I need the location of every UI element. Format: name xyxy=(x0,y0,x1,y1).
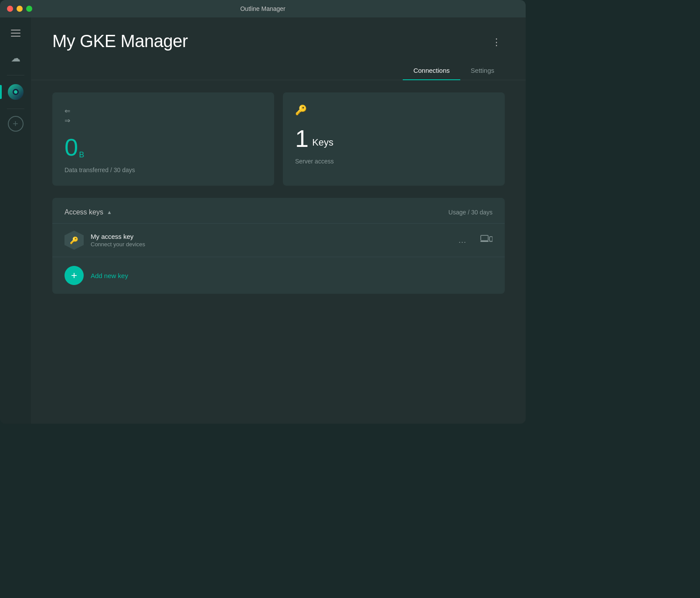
access-keys-section: Access keys ▲ Usage / 30 days 🔑 My acces… xyxy=(52,198,505,294)
access-keys-title: Access keys ▲ xyxy=(65,208,112,216)
sort-icon[interactable]: ▲ xyxy=(107,209,112,215)
minimize-button[interactable] xyxy=(17,6,23,12)
usage-label: Usage / 30 days xyxy=(449,209,493,216)
page-header: My GKE Manager ⋮ xyxy=(31,17,526,51)
title-bar: Outline Manager xyxy=(0,0,526,17)
server-access-value: 1Keys xyxy=(295,126,493,151)
key-menu-button[interactable]: ... xyxy=(452,236,473,245)
server-access-label: Server access xyxy=(295,158,493,165)
sidebar-divider-2 xyxy=(7,109,24,109)
close-button[interactable] xyxy=(7,6,13,12)
data-transfer-card: ⇐ ⇒ 0B Data transferred / 30 days xyxy=(52,92,274,186)
active-dot xyxy=(13,89,19,95)
svg-rect-1 xyxy=(480,241,489,242)
data-transfer-value: 0B xyxy=(65,135,262,160)
transfer-icon: ⇐ ⇒ xyxy=(65,105,262,125)
data-transfer-label: Data transferred / 30 days xyxy=(65,166,262,173)
sidebar-item-cloud[interactable]: ☁ xyxy=(6,49,25,68)
device-icon[interactable] xyxy=(480,235,493,246)
svg-rect-0 xyxy=(481,235,488,241)
content-area: My GKE Manager ⋮ Connections Settings ⇐ … xyxy=(31,17,526,424)
add-new-key-label[interactable]: Add new key xyxy=(91,272,128,279)
cloud-icon: ☁ xyxy=(11,53,20,64)
sidebar-divider xyxy=(7,75,24,75)
page-title: My GKE Manager xyxy=(52,31,188,51)
hamburger-line-2 xyxy=(11,33,20,34)
window-controls xyxy=(7,6,32,12)
key-info: My access key Connect your devices xyxy=(91,233,445,248)
active-server-icon xyxy=(8,84,24,100)
menu-button[interactable] xyxy=(7,24,24,42)
tab-settings[interactable]: Settings xyxy=(460,61,505,80)
cards-row: ⇐ ⇒ 0B Data transferred / 30 days 🔑 1Key… xyxy=(31,80,526,198)
add-server-icon: + xyxy=(13,118,18,129)
key-icon: 🔑 xyxy=(295,105,493,116)
hamburger-line-1 xyxy=(11,30,20,31)
hamburger-line-3 xyxy=(11,36,20,37)
app-container: ☁ + My GKE Manager ⋮ Connections Setting… xyxy=(0,17,526,424)
key-subtitle: Connect your devices xyxy=(91,241,445,248)
add-server-button[interactable]: + xyxy=(8,116,24,132)
key-item: 🔑 My access key Connect your devices ... xyxy=(52,223,505,257)
add-key-row: + Add new key xyxy=(52,257,505,294)
sidebar-item-gke[interactable] xyxy=(6,82,25,102)
key-hexagon: 🔑 xyxy=(65,231,84,250)
key-hex-icon: 🔑 xyxy=(70,236,78,245)
key-name: My access key xyxy=(91,233,445,240)
maximize-button[interactable] xyxy=(26,6,32,12)
tab-connections[interactable]: Connections xyxy=(403,61,460,80)
server-access-card: 🔑 1Keys Server access xyxy=(283,92,505,186)
svg-point-3 xyxy=(491,240,492,241)
app-title: Outline Manager xyxy=(240,5,285,12)
add-new-key-button[interactable]: + xyxy=(65,266,84,285)
access-keys-header: Access keys ▲ Usage / 30 days xyxy=(52,198,505,223)
sidebar: ☁ + xyxy=(0,17,31,424)
add-key-plus-icon: + xyxy=(71,270,77,281)
tabs-container: Connections Settings xyxy=(31,61,526,80)
more-options-button[interactable]: ⋮ xyxy=(488,35,505,50)
